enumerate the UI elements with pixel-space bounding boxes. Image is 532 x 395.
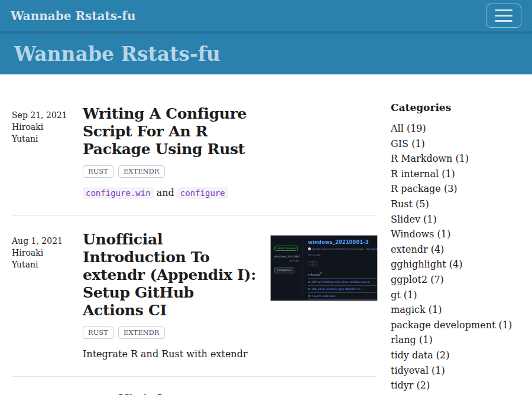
category-item: rlang (1) [391,332,520,348]
category-link[interactable]: GIS (1) [391,138,425,149]
byline-text: github-actions released this 17 hours ag… [312,247,365,250]
category-link[interactable]: package development (1) [391,319,512,331]
asset-row: ▤Source code (tar.gz) [308,299,378,301]
zip-icon: ▤ [308,295,310,298]
categories-heading: Categories [391,102,520,113]
release-note: For CI use [308,253,378,256]
release-byline: github-actions released this 17 hours ag… [308,247,378,250]
menu-toggle-button[interactable] [486,4,521,28]
category-item: gghighlight (4) [391,257,520,272]
post-title-link[interactable]: Unofficial Introduction To extendr (2): … [83,392,258,395]
release-title: windows_20210801-3 [308,239,378,245]
navbar-brand[interactable]: Wannabe Rstats-fu [11,9,135,23]
post-description: configure.win and configure [83,186,258,200]
release-main: windows_20210801-3 github-actions releas… [303,236,378,301]
category-item: Windows (1) [391,227,520,242]
category-item: GIS (1) [391,136,520,152]
category-link[interactable]: extendr (4) [391,244,444,255]
category-link[interactable]: tidyr (2) [391,380,430,391]
byline-link: 33 commits to main since this release [366,247,378,250]
post-tags: RUST EXTENDR [83,165,258,178]
post-list: Sep 21, 2021 Hiroaki Yutani Writing A Co… [12,74,377,395]
category-item: ggplot2 (7) [391,272,520,288]
category-item: package development (1) [391,318,520,333]
post-author: Hiroaki Yutani [12,247,53,270]
category-link[interactable]: magick (1) [391,304,442,315]
post-thumbnail[interactable]: Latest release windows_20210801-3 8f7fc3… [270,235,378,361]
category-item: Rust (5) [391,197,520,212]
post-body: Unofficial Introduction To extendr (2): … [83,392,258,395]
category-item: extendr (4) [391,242,520,257]
github-release-screenshot: Latest release windows_20210801-3 8f7fc3… [270,235,378,301]
inline-code: configure.win [83,187,154,199]
top-navbar: Wannabe Rstats-fu [0,0,532,34]
category-link[interactable]: rlang (1) [391,334,433,345]
post-tags: RUST EXTENDR [83,327,258,339]
site-title[interactable]: Wannabe Rstats-fu [14,43,220,66]
category-link[interactable]: R package (3) [391,183,458,194]
latest-release-badge: Latest release [274,246,298,251]
post-meta: Sep 21, 2021 Hiroaki Yutani [12,105,83,200]
post-body: Unofficial Introduction To extendr (Appe… [83,231,258,361]
category-item: gt (1) [391,288,520,303]
inline-code: configure [177,187,228,199]
commit-hash: 8f7fc36 [274,259,300,262]
post-date: Sep 21, 2021 [12,109,83,121]
tag-badge[interactable]: RUST [83,165,113,178]
category-link[interactable]: tidyeval (1) [391,365,445,376]
post-divider [12,376,377,377]
post-item: Sep 21, 2021 Hiroaki Yutani Writing A Co… [12,105,377,200]
tag-badge[interactable]: RUST [83,327,113,339]
categories-sidebar: Categories All (19) GIS (1) R Markdown (… [391,74,520,395]
paperclip-icon: ⧉ [308,280,310,283]
category-link[interactable]: gt (1) [391,289,417,301]
category-link[interactable]: Rust (5) [391,198,429,210]
tag-badge[interactable]: EXTENDR [118,165,165,178]
compare-button: Compare ▾ [274,267,294,273]
categories-list: All (19) GIS (1) R Markdown (1) R intern… [391,121,520,393]
category-link[interactable]: Windows (1) [391,228,450,240]
post-author: Hiroaki Yutani [12,121,53,145]
post-body: Writing A Configure Script For An R Pack… [83,105,258,200]
post-item: Jun 14, 2021 Hiroaki Yutani Unofficial I… [12,392,377,395]
category-link[interactable]: Slidev (1) [391,214,437,225]
category-link[interactable]: tidy data (2) [391,350,449,361]
category-link[interactable]: ggplot2 (7) [391,274,444,285]
post-description: Integrate R and Rust with extendr [83,347,258,361]
category-item: tidyr (2) [391,378,520,393]
reaction-button: ☺ [308,261,317,266]
post-meta: Jun 14, 2021 Hiroaki Yutani [12,392,83,395]
category-item: All (19) [391,121,520,136]
category-item: magick (1) [391,302,520,318]
assets-heading: ▾ Assets4 [308,272,378,278]
category-item: R internal (1) [391,167,520,182]
post-title-link[interactable]: Unofficial Introduction To extendr (Appe… [83,231,258,319]
category-item: tidy data (2) [391,348,520,363]
tag-badge[interactable]: EXTENDR [118,327,165,339]
post-divider [12,215,377,216]
category-link[interactable]: R Markdown (1) [391,153,469,164]
site-banner: Wannabe Rstats-fu [0,34,532,74]
post-meta: Aug 1, 2021 Hiroaki Yutani [12,231,83,361]
description-text: and [154,187,177,198]
paperclip-icon: ⧉ [308,288,310,290]
category-link[interactable]: R internal (1) [391,168,455,179]
post-item: Aug 1, 2021 Hiroaki Yutani Unofficial In… [12,231,377,361]
category-link[interactable]: gghighlight (4) [391,259,462,270]
category-item: tidyeval (1) [391,363,520,378]
asset-row: ⧉x86_64-pc-windows-gnu-staticlib-2.a [308,285,378,292]
avatar [308,247,311,250]
release-sidebar: Latest release windows_20210801-3 8f7fc3… [271,236,303,301]
category-link[interactable]: All (19) [391,123,426,134]
post-title-link[interactable]: Writing A Configure Script For An R Pack… [83,105,258,158]
page-content: Sep 21, 2021 Hiroaki Yutani Writing A Co… [0,74,532,395]
category-item: R package (3) [391,181,520,197]
release-tag: windows_20210801-3 [274,255,300,258]
asset-row: ▤Source code (zip) [308,292,378,299]
category-item: Slidev (1) [391,212,520,227]
post-date: Aug 1, 2021 [12,235,83,247]
asset-row: ⧉libR-sys-bindings-x86_64-pc-windows-gnu… [308,278,378,285]
category-item: R Markdown (1) [391,151,520,167]
